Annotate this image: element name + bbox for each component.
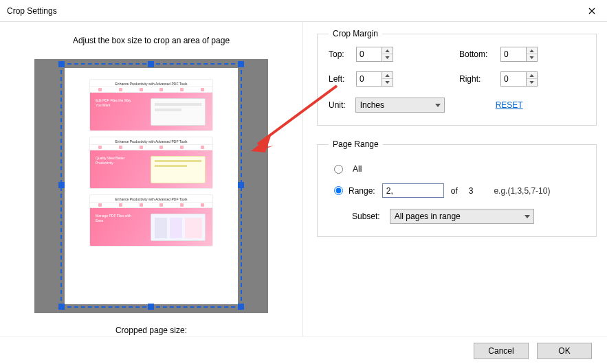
range-input[interactable] bbox=[382, 183, 444, 198]
chevron-down-icon bbox=[385, 81, 390, 84]
page-range-legend: Page Range bbox=[329, 139, 383, 149]
crop-handle-sw[interactable] bbox=[58, 304, 65, 310]
left-spinner[interactable] bbox=[356, 71, 393, 87]
crop-margin-legend: Crop Margin bbox=[329, 29, 382, 38]
range-example: e.g.(1,3,5,7-10) bbox=[494, 186, 550, 196]
cropped-size-label: Cropped page size: bbox=[0, 326, 302, 335]
preview-toolbar bbox=[90, 144, 212, 150]
bottom-spinner[interactable] bbox=[500, 47, 538, 62]
unit-label: Unit: bbox=[329, 100, 346, 110]
top-label: Top: bbox=[329, 49, 356, 59]
preview-canvas[interactable]: Enhance Productivity with Advanced PDF T… bbox=[34, 59, 268, 313]
bottom-step-up[interactable] bbox=[527, 47, 537, 54]
page-preview: Enhance Productivity with Advanced PDF T… bbox=[65, 68, 238, 304]
crop-handle-ne[interactable] bbox=[238, 61, 244, 67]
right-step-up[interactable] bbox=[527, 72, 537, 79]
bottom-input[interactable] bbox=[501, 47, 526, 61]
bottom-label: Bottom: bbox=[459, 49, 500, 59]
crop-margin-group: Crop Margin Top: Bottom: bbox=[317, 29, 597, 126]
chevron-down-icon bbox=[529, 56, 534, 59]
preview-heading: Enhance Productivity with Advanced PDF T… bbox=[90, 137, 212, 144]
range-radio[interactable] bbox=[334, 186, 343, 195]
right-spinner[interactable] bbox=[500, 71, 538, 87]
chevron-down-icon bbox=[529, 81, 534, 84]
chevron-up-icon bbox=[385, 49, 390, 52]
subset-select[interactable]: All pages in range bbox=[390, 209, 534, 224]
all-label: All bbox=[353, 164, 362, 174]
titlebar: Crop Settings bbox=[0, 0, 607, 22]
range-label: Range: bbox=[349, 186, 375, 196]
preview-heading: Enhance Productivity with Advanced PDF T… bbox=[90, 80, 212, 87]
right-pane: Crop Margin Top: Bottom: bbox=[302, 22, 607, 343]
right-input[interactable] bbox=[501, 72, 526, 86]
unit-select[interactable]: Inches bbox=[355, 98, 445, 113]
crop-handle-w[interactable] bbox=[58, 182, 65, 188]
preview-block: Enhance Productivity with Advanced PDF T… bbox=[89, 79, 213, 131]
all-radio[interactable] bbox=[334, 165, 343, 174]
left-input[interactable] bbox=[357, 72, 382, 86]
right-step-down[interactable] bbox=[527, 79, 537, 86]
preview-toolbar bbox=[90, 87, 212, 93]
crop-handle-nw[interactable] bbox=[58, 61, 65, 67]
dialog-title: Crop Settings bbox=[7, 6, 57, 16]
chevron-down-icon bbox=[385, 56, 390, 59]
page-range-group: Page Range All Range: of 3 e.g.(1,3,5,7-… bbox=[317, 139, 597, 237]
left-label: Left: bbox=[329, 74, 356, 84]
crop-handle-e[interactable] bbox=[238, 182, 244, 188]
total-pages: 3 bbox=[469, 186, 474, 196]
range-option[interactable]: Range: bbox=[334, 186, 375, 196]
of-label: of bbox=[451, 186, 458, 196]
bottom-step-down[interactable] bbox=[527, 54, 537, 61]
crop-handle-n[interactable] bbox=[148, 61, 154, 67]
preview-block: Enhance Productivity with Advanced PDF T… bbox=[89, 194, 213, 247]
dialog-footer: Cancel OK bbox=[0, 337, 607, 364]
instruction-text: Adjust the box size to crop an area of p… bbox=[0, 36, 302, 45]
close-icon bbox=[588, 8, 595, 14]
all-option[interactable]: All bbox=[334, 164, 585, 174]
right-label: Right: bbox=[459, 74, 500, 84]
top-input[interactable] bbox=[357, 47, 382, 61]
crop-handle-se[interactable] bbox=[238, 304, 244, 310]
top-spinner[interactable] bbox=[356, 47, 393, 62]
top-step-down[interactable] bbox=[382, 54, 393, 61]
chevron-up-icon bbox=[385, 74, 390, 77]
left-step-up[interactable] bbox=[382, 72, 393, 79]
left-pane: Adjust the box size to crop an area of p… bbox=[0, 22, 302, 343]
reset-link[interactable]: RESET bbox=[496, 100, 523, 110]
subset-label: Subset: bbox=[352, 212, 380, 221]
cancel-button[interactable]: Cancel bbox=[474, 343, 529, 359]
chevron-up-icon bbox=[529, 49, 534, 52]
crop-handle-s[interactable] bbox=[148, 304, 154, 310]
preview-heading: Enhance Productivity with Advanced PDF T… bbox=[90, 195, 212, 202]
preview-block: Enhance Productivity with Advanced PDF T… bbox=[89, 137, 213, 189]
preview-toolbar bbox=[90, 202, 212, 208]
close-button[interactable] bbox=[576, 0, 607, 22]
left-step-down[interactable] bbox=[382, 79, 393, 86]
chevron-up-icon bbox=[529, 74, 534, 77]
ok-button[interactable]: OK bbox=[537, 343, 592, 359]
top-step-up[interactable] bbox=[382, 47, 393, 54]
